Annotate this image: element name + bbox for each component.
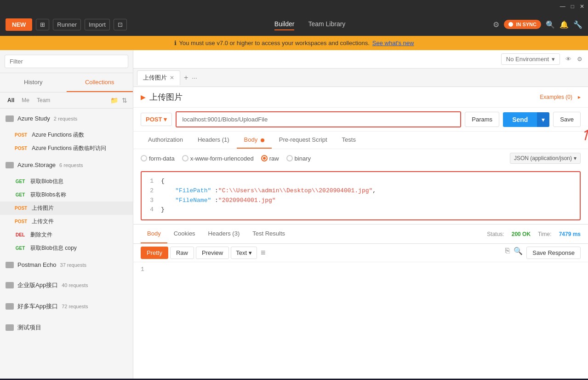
examples-link[interactable]: Examples (0) (540, 94, 572, 100)
copy-icon[interactable]: ⎘ (505, 247, 510, 259)
eye-icon[interactable]: 👁 (565, 56, 571, 63)
minimize-button[interactable]: — (560, 3, 565, 10)
list-item[interactable]: GET 获取Blob信息 (0, 175, 133, 188)
maximize-button[interactable]: □ (571, 3, 574, 10)
request-tab-upload[interactable]: 上传图片 ✕ (137, 70, 180, 85)
group-header-postman-echo[interactable]: Postman Echo 37 requests (6, 259, 127, 271)
list-item[interactable]: GET 获取Blobs名称 (0, 188, 133, 202)
list-item[interactable]: POST Azure Functions 函数 (0, 128, 133, 142)
body-tab[interactable]: Body (237, 132, 272, 149)
text-dropdown[interactable]: Text ▾ (231, 247, 257, 259)
resp-cookies-tab[interactable]: Cookies (167, 225, 202, 243)
notifications-icon[interactable]: 🔔 (559, 20, 569, 29)
filter-team[interactable]: Team (35, 96, 52, 104)
form-data-radio[interactable] (141, 155, 147, 161)
raw-button[interactable]: Raw (170, 247, 194, 259)
method-selector[interactable]: POST ▾ (141, 113, 172, 126)
sort-icon[interactable]: ⇅ (122, 97, 127, 104)
sidebar: History Collections All Me Team 📁 ⇅ Azur… (0, 50, 133, 379)
send-button[interactable]: Send (503, 112, 537, 127)
folder-icon (6, 262, 14, 268)
method-label: POST (146, 116, 162, 123)
filter-input[interactable] (5, 55, 128, 68)
method-post-tag: POST (13, 145, 29, 151)
urlencoded-radio[interactable] (182, 155, 188, 161)
folder-icon (6, 162, 14, 168)
json-type-dropdown[interactable]: JSON (application/json) ▾ (510, 153, 581, 164)
method-get-tag: GET (13, 245, 28, 251)
search-icon[interactable]: 🔍 (546, 20, 555, 29)
close-button[interactable]: ✕ (580, 3, 584, 10)
wrench-small-icon[interactable]: ⚙ (577, 56, 582, 63)
form-data-option[interactable]: form-data (141, 155, 175, 162)
tests-tab[interactable]: Tests (335, 132, 363, 149)
urlencoded-option[interactable]: x-www-form-urlencoded (182, 155, 254, 162)
preview-button[interactable]: Preview (196, 247, 229, 259)
see-whats-new-link[interactable]: See what's new (372, 40, 414, 46)
main-layout: History Collections All Me Team 📁 ⇅ Azur… (0, 50, 588, 379)
resp-test-results-tab[interactable]: Test Results (246, 225, 291, 243)
save-response-button[interactable]: Save Response (526, 247, 581, 259)
top-bar-right: ⚙ IN SYNC 🔍 🔔 🔧 (493, 20, 582, 29)
list-item[interactable]: POST 上传文件 (0, 215, 133, 228)
group-header-haoduoche[interactable]: 好多车App接口 72 requests (6, 299, 127, 313)
settings-icon[interactable]: ⚙ (493, 20, 499, 29)
request-tabs: 上传图片 ✕ + ··· (133, 69, 588, 87)
new-button[interactable]: NEW (6, 18, 32, 31)
resp-body-tab[interactable]: Body (141, 225, 167, 243)
top-bar: NEW ⊞ Runner Import ⊡ Builder Team Libra… (0, 13, 588, 36)
binary-option[interactable]: binary (286, 155, 311, 162)
save-button[interactable]: Save (553, 112, 581, 127)
raw-option[interactable]: raw (261, 155, 279, 162)
group-header-test[interactable]: 测试项目 (6, 321, 127, 334)
pretty-button[interactable]: Pretty (141, 247, 168, 259)
send-dropdown-button[interactable]: ▾ (537, 112, 549, 127)
filter-me[interactable]: Me (20, 96, 31, 104)
group-postman-echo: Postman Echo 37 requests (0, 255, 133, 275)
sidebar-filter-bar: All Me Team 📁 ⇅ (0, 92, 133, 109)
group-header-azure-storage[interactable]: Azure.Storage 6 requests (6, 159, 127, 171)
code-editor[interactable]: 1 { 2 "FilePath" :"C:\\Users\\admin\\Des… (141, 171, 581, 220)
folder-icon (6, 303, 14, 310)
filter-all[interactable]: All (6, 96, 16, 104)
params-button[interactable]: Params (465, 112, 499, 127)
list-item[interactable]: GET 获取Blob信息 copy (0, 242, 133, 255)
pre-request-tab[interactable]: Pre-request Script (272, 132, 335, 149)
url-bar: POST ▾ Params Send ▾ Save ↗ (133, 108, 588, 132)
sync-badge[interactable]: IN SYNC (504, 20, 541, 29)
search-response-icon[interactable]: 🔍 (514, 247, 523, 259)
resp-line-1: 1 (141, 266, 581, 273)
tab-add-button[interactable]: + (182, 74, 190, 82)
folder-icon (6, 115, 14, 122)
resp-headers-tab[interactable]: Headers (3) (202, 225, 246, 243)
headers-tab[interactable]: Headers (1) (190, 132, 237, 149)
collections-tab[interactable]: Collections (67, 73, 133, 92)
tab-more-button[interactable]: ··· (192, 74, 197, 81)
group-test: 测试项目 (0, 317, 133, 338)
line-num: 2 (146, 186, 154, 196)
import-button[interactable]: Import (85, 19, 110, 30)
new-folder-icon[interactable]: 📁 (110, 97, 118, 104)
authorization-tab[interactable]: Authorization (141, 132, 190, 149)
group-header-enterprise-app[interactable]: 企业版App接口 40 requests (6, 278, 127, 292)
url-input[interactable] (177, 112, 460, 127)
runner-button[interactable]: Runner (53, 19, 81, 30)
builder-tab[interactable]: Builder (274, 18, 295, 30)
binary-radio[interactable] (286, 155, 293, 161)
environment-selector[interactable]: No Environment ▾ (501, 53, 560, 65)
wrench-icon[interactable]: 🔧 (573, 20, 582, 29)
list-item-active[interactable]: POST 上传图片 (0, 202, 133, 215)
list-item[interactable]: POST Azure Functions 函数临时访问 (0, 142, 133, 155)
content: 上传图片 ✕ + ··· ▶ 上传图片 Examples (0) ▸ POST … (133, 69, 588, 379)
list-item[interactable]: DEL 删除文件 (0, 228, 133, 242)
team-library-tab[interactable]: Team Library (308, 18, 345, 30)
wrap-lines-icon[interactable]: ≡ (261, 248, 266, 258)
tab-close-icon[interactable]: ✕ (170, 75, 174, 81)
group-header-azure-study[interactable]: Azure Study 2 requests (6, 112, 127, 125)
intercept-icon[interactable]: ⊡ (114, 19, 127, 30)
raw-radio[interactable] (261, 155, 268, 161)
layout-icon[interactable]: ⊞ (36, 19, 49, 30)
history-tab[interactable]: History (0, 73, 67, 92)
method-chevron: ▾ (164, 116, 167, 123)
notification-bar: ℹ You must use v7.0 or higher to access … (0, 36, 588, 50)
